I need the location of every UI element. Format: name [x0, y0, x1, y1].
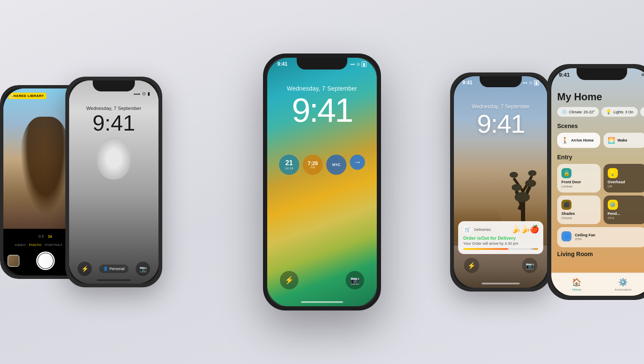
camera-mode-portrait[interactable]: PORTRAIT: [45, 243, 63, 247]
desert-lock-date: Wednesday, 7 September: [454, 104, 547, 110]
device-card-pending[interactable]: ⚙️ Pend... 25%: [604, 195, 644, 224]
nav-automation[interactable]: ⚙️ Automation: [614, 278, 631, 292]
wifi-icon-bw: ⊙: [142, 91, 146, 96]
shades-status: Closed: [561, 216, 596, 220]
colorful-lock-bottom: ⚡ 📷: [267, 271, 377, 289]
lights-icon: 💡: [606, 109, 612, 115]
camera-mode-photo[interactable]: PHOTO: [29, 243, 42, 247]
notch-bw: [93, 80, 135, 91]
home-bottom-nav: 🏠 Home ⚙️ Automation: [551, 273, 644, 296]
camera-zoom-controls: 0.5 1x: [38, 234, 52, 238]
phones-container: SHARED LIBRARY ∧ ◎ 0.5 1x VIDEO PHOTO: [0, 0, 644, 364]
home-status-time: 9:41: [559, 72, 570, 78]
soundwave-icon: ≋: [641, 72, 644, 78]
person-icon: 👤: [103, 267, 108, 271]
bw-camera-button[interactable]: 📷: [136, 262, 150, 276]
widget-arrow[interactable]: →: [350, 155, 365, 170]
front-door-icon: 🔒: [561, 168, 572, 178]
svg-point-5: [515, 192, 530, 202]
scene-arrive-home[interactable]: 🚶 Arrive Home: [557, 133, 600, 148]
chip-climate[interactable]: ❄️ Climate 20-22°: [557, 107, 599, 117]
climate-icon: ❄️: [561, 109, 567, 115]
zoom-1x[interactable]: 1x: [48, 234, 52, 238]
desert-flashlight-button[interactable]: ⚡: [464, 258, 479, 273]
front-door-name: Front Door: [561, 180, 596, 185]
colorful-flashlight-button[interactable]: ⚡: [280, 271, 298, 289]
home-nav-icon: 🏠: [572, 278, 581, 287]
desert-lock-time: 9:41: [454, 111, 547, 137]
shutter-button[interactable]: [36, 252, 55, 270]
status-icons-bw: ▪▪▪▪ ⊙ ▮: [134, 91, 150, 96]
desert-lock-bottom: ⚡ 📷: [454, 258, 547, 273]
notif-app-icon: 🛒: [463, 225, 472, 234]
bw-home-indicator: [97, 279, 131, 281]
scenes-section-title: Scenes: [557, 123, 644, 129]
chip-lights[interactable]: 💡 Lights 3 On: [601, 107, 638, 117]
ceiling-fan-icon: 🌀: [561, 231, 572, 241]
signal-icon-bw: ▪▪▪▪: [134, 91, 140, 96]
signal-icon-desert: ▪▪▪: [523, 80, 527, 85]
wake-label: Wake: [617, 138, 627, 142]
nav-home[interactable]: 🏠 Home: [572, 278, 581, 292]
delivery-notification[interactable]: 🛒 Deliveries 10 items 🍌🍌🍎 Order isOut fo…: [458, 221, 543, 254]
colorful-lock-date: Wednesday, 7 September: [267, 85, 377, 92]
bw-flashlight-button[interactable]: ⚡: [78, 262, 92, 276]
battery-icon-colorful: ▮: [362, 62, 367, 67]
entry-devices-grid: 🔒 Front Door Locked 💡 Overhead Off ⬛: [557, 164, 644, 224]
notif-status: Out for Delivery: [481, 236, 516, 241]
widget-time-sub: PM: [311, 166, 315, 169]
chip-climate-label: Climate: [569, 110, 582, 114]
signal-icon-colorful: ▪▪▪: [350, 62, 355, 67]
device-card-ceiling-fan[interactable]: 🌀 Ceiling Fan 25%: [557, 227, 644, 247]
phone-desert-lockscreen: 9:41 ▪▪▪ ⊙ ▮ Wednesday, 7 September 9:41…: [450, 72, 551, 292]
notif-truck-icon: 🚚: [530, 248, 538, 250]
battery-icon-desert: ▮: [534, 80, 539, 86]
widget-temp-range: 14 24: [285, 166, 293, 170]
camera-thumbnail[interactable]: [8, 255, 19, 267]
scenes-row: 🚶 Arrive Home 🌅 Wake: [557, 133, 644, 148]
ceiling-fan-name: Ceiling Fan: [575, 233, 596, 238]
widget-nyc: NYC: [326, 155, 346, 175]
desert-status-time: 9:41: [462, 80, 472, 86]
arrive-home-icon: 🚶: [561, 137, 569, 144]
living-room-section-title: Living Room: [557, 251, 644, 257]
home-status-bar: 9:41 ≋: [551, 72, 644, 78]
battery-icon-bw: ▮: [148, 91, 150, 96]
camera-chevron-up-icon[interactable]: ∧: [10, 92, 15, 100]
wifi-icon-colorful: ⊙: [357, 62, 360, 67]
colorful-status-time: 9:41: [277, 61, 287, 67]
home-chips-row: ❄️ Climate 20-22° 💡 Lights 3 On 🔒 Se: [557, 107, 644, 117]
ceiling-fan-status: 25%: [575, 237, 596, 241]
entry-section-title: Entry: [557, 154, 644, 161]
phone-colorful-lockscreen: 9:41 ▪▪▪ ⊙ ▮ Wednesday, 7 September 9:41…: [263, 54, 381, 310]
chip-security[interactable]: 🔒 Se: [640, 107, 644, 117]
notif-progress-bar: 🚚: [463, 248, 538, 250]
zoom-0-5[interactable]: 0.5: [38, 234, 44, 238]
bw-personal-label[interactable]: 👤 Personal: [99, 265, 129, 273]
device-card-shades[interactable]: ⬛ Shades Closed: [557, 195, 601, 224]
notif-emojis: 🍌🍌🍎: [511, 225, 539, 234]
widget-time-value: 7:29: [308, 161, 318, 166]
camera-mode-video[interactable]: VIDEO: [14, 243, 25, 247]
front-door-status: Locked: [561, 185, 596, 188]
chip-climate-value: 20-22°: [584, 110, 595, 114]
overhead-icon: 💡: [608, 168, 618, 178]
wake-icon: 🌅: [608, 137, 615, 144]
desert-camera-button[interactable]: 📷: [522, 258, 537, 273]
colorful-status-bar: 9:41 ▪▪▪ ⊙ ▮: [267, 61, 377, 67]
ceiling-fan-section: 🌀 Ceiling Fan 25%: [557, 227, 644, 247]
notif-title-text: Order is: [463, 236, 481, 241]
widget-time: 7:29 PM: [303, 155, 323, 175]
colorful-camera-button[interactable]: 📷: [346, 271, 364, 289]
svg-point-9: [528, 170, 537, 176]
widget-nyc-label: NYC: [332, 163, 340, 167]
device-card-front-door[interactable]: 🔒 Front Door Locked: [557, 164, 601, 193]
chip-lights-label: Lights: [613, 110, 623, 114]
shades-name: Shades: [561, 211, 596, 216]
bw-personal-text: Personal: [110, 267, 125, 271]
device-card-overhead[interactable]: 💡 Overhead Off: [604, 164, 644, 193]
wifi-icon-desert: ⊙: [529, 80, 532, 85]
phone-home-app: 9:41 ≋ My Home ❄️ Climate 20-22°: [547, 64, 644, 300]
scene-wake[interactable]: 🌅 Wake: [604, 133, 644, 148]
colorful-home-indicator: [301, 301, 343, 303]
